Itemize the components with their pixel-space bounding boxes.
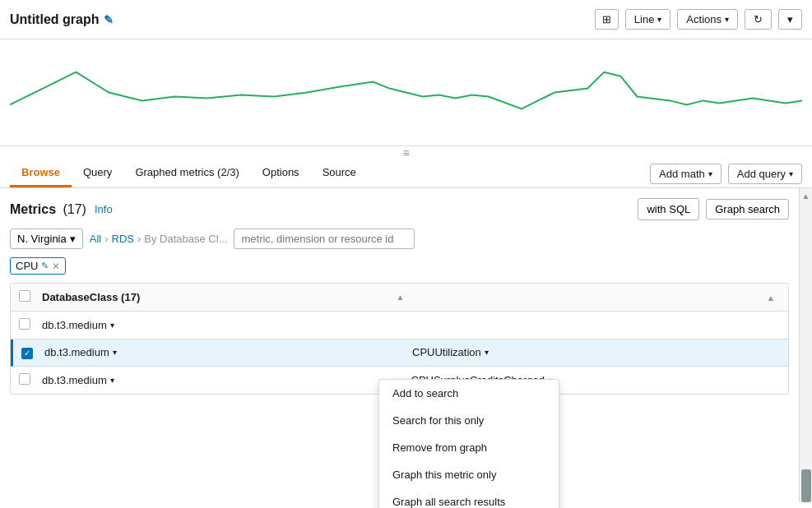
menu-item-add-to-search[interactable]: Add to search xyxy=(379,380,559,407)
table-row[interactable]: db.t3.medium ▾ xyxy=(11,312,788,339)
graph-header: Untitled graph ✎ ⊞ Line ▾ Actions ▾ ↻ ▾ xyxy=(0,0,812,39)
refresh-button[interactable]: ↻ xyxy=(745,9,772,30)
row2-metric-caret[interactable]: ▾ xyxy=(485,348,489,357)
breadcrumb-all[interactable]: All xyxy=(90,233,101,245)
tab-browse[interactable]: Browse xyxy=(10,159,72,187)
scroll-thumb[interactable] xyxy=(801,469,811,502)
row2-metric-col: CPUUtilization ▾ xyxy=(412,346,780,358)
row1-check-col xyxy=(19,318,42,332)
row3-name-col: db.t3.medium ▾ xyxy=(42,374,411,386)
table-row[interactable]: ✓ db.t3.medium ▾ CPUUtilization ▾ xyxy=(11,339,788,367)
grid-view-button[interactable]: ⊞ xyxy=(595,9,619,30)
header-controls: ⊞ Line ▾ Actions ▾ ↻ ▾ xyxy=(595,9,802,30)
tab-source[interactable]: Source xyxy=(311,159,368,187)
region-button[interactable]: N. Virginia ▾ xyxy=(10,229,83,249)
table-header-row: DatabaseClass (17) ▲ ▲ xyxy=(11,284,788,312)
row1-caret[interactable]: ▾ xyxy=(110,321,114,330)
scroll-up-button[interactable]: ▲ xyxy=(800,188,812,469)
metrics-count: (17) xyxy=(63,202,86,216)
context-menu: Add to search Search for this only Remov… xyxy=(378,379,559,508)
cpu-tag-edit-icon[interactable]: ✎ xyxy=(41,261,49,271)
breadcrumb-sep2: › xyxy=(137,233,141,245)
menu-item-search-for-this-only[interactable]: Search for this only xyxy=(379,407,559,434)
add-query-caret: ▾ xyxy=(789,169,793,178)
sort-icon[interactable]: ▲ xyxy=(397,293,405,302)
sort-icon-right[interactable]: ▲ xyxy=(767,293,775,302)
add-math-label: Add math xyxy=(659,168,705,180)
with-sql-button[interactable]: with SQL xyxy=(638,198,699,220)
actions-button[interactable]: Actions ▾ xyxy=(677,9,738,30)
row2-caret[interactable]: ▾ xyxy=(113,348,117,357)
tab-browse-label: Browse xyxy=(21,166,60,178)
add-query-label: Add query xyxy=(737,168,786,180)
row3-check-col xyxy=(19,373,42,387)
metrics-title-text: Metrics xyxy=(10,202,56,216)
row2-name: db.t3.medium xyxy=(44,346,109,358)
menu-item-remove-from-graph[interactable]: Remove from graph xyxy=(379,434,559,461)
tab-right-buttons: Add math ▾ Add query ▾ xyxy=(650,164,802,184)
graph-this-metric-only-label: Graph this metric only xyxy=(392,469,496,481)
metrics-header: Metrics (17) Info with SQL Graph search xyxy=(10,198,789,220)
right-search-area: with SQL Graph search xyxy=(638,198,789,220)
region-label: N. Virginia xyxy=(17,233,67,245)
actions-label: Actions xyxy=(686,13,722,25)
refresh-icon: ↻ xyxy=(754,13,763,25)
row1-name: db.t3.medium xyxy=(42,319,107,331)
breadcrumb: All › RDS › By Database Cl... xyxy=(90,233,228,245)
row3-checkbox[interactable] xyxy=(19,373,30,385)
header-checkbox[interactable] xyxy=(19,290,30,302)
tabs-bar: Browse Query Graphed metrics (2/3) Optio… xyxy=(0,159,812,188)
cpu-tag-remove-icon[interactable]: ✕ xyxy=(52,261,60,272)
menu-item-graph-all-search-results[interactable]: Graph all search results xyxy=(379,488,559,508)
tab-query-label: Query xyxy=(83,166,112,178)
chart-area xyxy=(0,39,812,146)
breadcrumb-sep1: › xyxy=(104,233,108,245)
line-chart xyxy=(10,48,802,137)
filter-tags: CPU ✎ ✕ xyxy=(10,257,789,275)
search-for-this-only-label: Search for this only xyxy=(392,414,484,427)
actions-caret: ▾ xyxy=(725,15,729,24)
add-math-button[interactable]: Add math ▾ xyxy=(650,164,722,184)
graph-all-search-results-label: Graph all search results xyxy=(392,496,505,508)
metric-search-input[interactable] xyxy=(234,229,415,249)
cpu-tag-label: CPU xyxy=(16,260,38,272)
scrollbar-panel: ▲ xyxy=(799,188,812,502)
row2-name-col: db.t3.medium ▾ xyxy=(44,346,412,358)
header-col1-label: DatabaseClass (17) xyxy=(42,291,140,303)
row2-checkbox[interactable]: ✓ xyxy=(21,348,33,359)
header-col-name: DatabaseClass (17) ▲ xyxy=(42,291,405,303)
breadcrumb-current: By Database Cl... xyxy=(144,233,227,245)
row3-caret[interactable]: ▾ xyxy=(110,376,114,385)
info-link[interactable]: Info xyxy=(95,203,113,215)
grid-icon: ⊞ xyxy=(602,13,611,25)
drag-handle[interactable]: ≡ xyxy=(0,146,812,159)
title-edit-icon[interactable]: ✎ xyxy=(104,13,114,26)
tab-source-label: Source xyxy=(322,166,356,178)
row2-metric: CPUUtilization xyxy=(412,346,481,358)
metrics-table: DatabaseClass (17) ▲ ▲ db.t3.medium ▾ xyxy=(10,283,789,395)
graph-title-area: Untitled graph ✎ xyxy=(10,12,595,27)
context-menu-overlay: Add to search Search for this only Remov… xyxy=(378,379,559,508)
row3-name: db.t3.medium xyxy=(42,374,107,386)
row1-checkbox[interactable] xyxy=(19,318,30,330)
add-to-search-label: Add to search xyxy=(392,387,458,399)
chart-type-button[interactable]: Line ▾ xyxy=(625,9,671,30)
with-sql-label: with SQL xyxy=(647,203,690,215)
remove-from-graph-label: Remove from graph xyxy=(392,441,487,454)
breadcrumb-rds[interactable]: RDS xyxy=(112,233,134,245)
tab-graphed-metrics[interactable]: Graphed metrics (2/3) xyxy=(123,159,250,187)
add-math-caret: ▾ xyxy=(708,169,712,178)
tab-options[interactable]: Options xyxy=(251,159,311,187)
tab-query[interactable]: Query xyxy=(72,159,123,187)
cpu-filter-tag: CPU ✎ ✕ xyxy=(10,257,66,275)
graph-title-text: Untitled graph xyxy=(10,12,99,27)
add-query-button[interactable]: Add query ▾ xyxy=(728,164,802,184)
menu-item-graph-this-metric-only[interactable]: Graph this metric only xyxy=(379,461,559,488)
graph-search-button[interactable]: Graph search xyxy=(706,199,789,219)
metrics-title: Metrics (17) xyxy=(10,202,86,217)
more-button[interactable]: ▾ xyxy=(778,9,802,30)
chart-type-caret: ▾ xyxy=(657,15,661,24)
header-checkbox-col xyxy=(19,290,42,304)
tab-options-label: Options xyxy=(262,166,299,178)
graph-search-label: Graph search xyxy=(715,203,780,215)
